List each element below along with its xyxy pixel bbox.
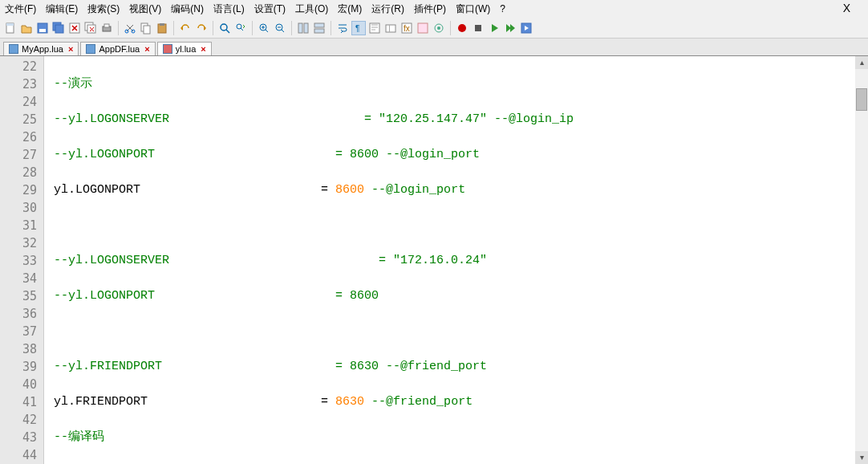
- line-number: 28: [0, 164, 37, 181]
- tab-myapp[interactable]: MyApp.lua×: [3, 42, 79, 55]
- play-macro-icon[interactable]: [487, 21, 501, 35]
- scroll-up-icon[interactable]: ▴: [855, 56, 868, 69]
- scroll-down-icon[interactable]: ▾: [855, 451, 868, 464]
- tab-label: MyApp.lua: [22, 44, 63, 54]
- svg-rect-27: [386, 25, 395, 32]
- line-number: 22: [0, 58, 37, 75]
- line-number: 41: [0, 393, 37, 411]
- new-file-icon[interactable]: [3, 21, 18, 35]
- menu-encoding[interactable]: 编码(N): [171, 2, 204, 16]
- menu-tools[interactable]: 工具(O): [295, 2, 328, 16]
- line-number: 35: [0, 287, 37, 305]
- code-token: --yl.LOGONSERVER: [54, 254, 169, 267]
- menu-settings[interactable]: 设置(T): [254, 2, 286, 16]
- svg-rect-35: [475, 25, 481, 31]
- function-list-icon[interactable]: fx: [400, 21, 414, 35]
- code-token: --yl.FRIENDPORT: [54, 360, 162, 373]
- line-number: 23: [0, 75, 37, 93]
- code-token: = 8600: [155, 289, 379, 303]
- svg-rect-16: [160, 23, 164, 26]
- paste-icon[interactable]: [155, 21, 169, 35]
- menu-edit[interactable]: 编辑(E): [46, 2, 78, 16]
- show-all-chars-icon[interactable]: ¶: [351, 21, 366, 35]
- menu-language[interactable]: 语言(L): [213, 2, 245, 16]
- svg-rect-24: [314, 29, 324, 33]
- code-token: yl.FRIENDPORT: [54, 395, 148, 409]
- save-icon[interactable]: [35, 21, 50, 35]
- code-token: --演示: [54, 77, 92, 91]
- menu-plugins[interactable]: 插件(P): [414, 2, 446, 16]
- menu-run[interactable]: 运行(R): [371, 2, 404, 16]
- line-number: 30: [0, 199, 37, 217]
- tab-close-icon[interactable]: ×: [201, 44, 205, 54]
- svg-rect-28: [389, 25, 390, 32]
- close-all-icon[interactable]: [83, 21, 98, 35]
- save-macro-icon[interactable]: [519, 21, 533, 35]
- undo-icon[interactable]: [178, 21, 193, 35]
- close-file-icon[interactable]: [67, 21, 82, 35]
- stop-macro-icon[interactable]: [471, 21, 485, 35]
- svg-rect-14: [144, 26, 150, 34]
- code-token: =: [321, 395, 328, 409]
- menu-macro[interactable]: 宏(M): [338, 2, 362, 16]
- line-number: 34: [0, 270, 37, 287]
- window-close-button[interactable]: X: [843, 2, 850, 14]
- monitoring-icon[interactable]: [432, 21, 446, 35]
- code-token: --yl.LOGONPORT: [54, 289, 155, 303]
- tab-close-icon[interactable]: ×: [144, 44, 149, 54]
- line-number: 42: [0, 411, 37, 429]
- indent-guide-icon[interactable]: [367, 21, 382, 35]
- line-number: 31: [0, 217, 37, 234]
- folder-as-workspace-icon[interactable]: [383, 21, 398, 35]
- line-number: 40: [0, 376, 37, 393]
- replace-icon[interactable]: [233, 21, 248, 35]
- editor-area[interactable]: 22 23 24 25 26 27 28 29 30 31 32 33 34 3…: [0, 56, 868, 464]
- tab-yl[interactable]: yl.lua×: [157, 42, 212, 55]
- menu-search[interactable]: 搜索(S): [87, 2, 120, 16]
- find-icon[interactable]: [217, 21, 232, 35]
- code-token: = "120.25.147.47" --@login_ip: [169, 112, 574, 126]
- code-token: 8600: [328, 183, 371, 197]
- svg-point-34: [458, 24, 466, 32]
- code-token: --@login_port: [371, 183, 465, 197]
- line-number: 24: [0, 93, 37, 111]
- wordwrap-icon[interactable]: [335, 21, 350, 35]
- menu-file[interactable]: 文件(F): [5, 2, 36, 16]
- line-number: 39: [0, 358, 37, 376]
- tab-appdf[interactable]: AppDF.lua×: [80, 42, 155, 55]
- menu-window[interactable]: 窗口(W): [456, 2, 490, 16]
- sync-v-icon[interactable]: [296, 21, 310, 35]
- print-icon[interactable]: [99, 21, 114, 35]
- cut-icon[interactable]: [123, 21, 137, 35]
- svg-rect-31: [418, 23, 428, 33]
- code-token: yl.LOGONPORT: [54, 183, 140, 197]
- toolbar: ¶ fx: [0, 18, 868, 39]
- sync-h-icon[interactable]: [312, 21, 327, 35]
- code-token: [140, 183, 321, 197]
- menu-help[interactable]: ?: [500, 3, 505, 14]
- svg-rect-3: [39, 29, 46, 32]
- vertical-scrollbar[interactable]: ▴ ▾: [855, 56, 868, 464]
- copy-icon[interactable]: [139, 21, 153, 35]
- line-number: 36: [0, 305, 37, 323]
- save-all-icon[interactable]: [51, 21, 66, 35]
- doc-map-icon[interactable]: [416, 21, 430, 35]
- open-file-icon[interactable]: [19, 21, 34, 35]
- svg-rect-23: [314, 23, 324, 27]
- code-token: 8630: [328, 395, 371, 409]
- svg-text:¶: ¶: [355, 24, 359, 33]
- line-number: 33: [0, 252, 37, 270]
- redo-icon[interactable]: [194, 21, 209, 35]
- record-macro-icon[interactable]: [455, 21, 469, 35]
- menu-view[interactable]: 视图(V): [129, 2, 161, 16]
- file-icon: [86, 44, 95, 54]
- code-content[interactable]: --演示 --yl.LOGONSERVER = "120.25.147.47" …: [44, 56, 868, 464]
- play-multi-icon[interactable]: [503, 21, 517, 35]
- scroll-thumb[interactable]: [856, 88, 867, 111]
- tab-close-icon[interactable]: ×: [68, 44, 73, 54]
- svg-point-17: [221, 24, 227, 31]
- zoom-in-icon[interactable]: [257, 21, 271, 35]
- line-number: 25: [0, 111, 37, 128]
- code-token: =: [321, 183, 328, 197]
- zoom-out-icon[interactable]: [273, 21, 287, 35]
